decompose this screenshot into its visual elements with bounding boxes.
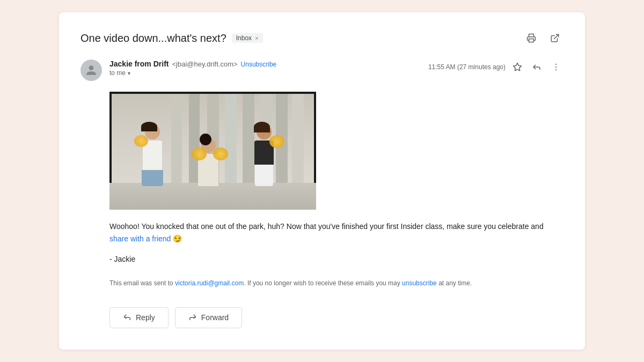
inbox-badge: Inbox ×	[232, 33, 263, 43]
reply-quick-button[interactable]	[529, 60, 544, 75]
figure-3	[254, 124, 274, 186]
reply-button[interactable]: Reply	[109, 307, 169, 328]
svg-marker-2	[514, 63, 522, 71]
more-options-icon	[551, 62, 561, 72]
to-me-row[interactable]: to me ▾	[109, 69, 421, 77]
unsubscribe-link[interactable]: Unsubscribe	[241, 61, 277, 68]
border-top	[109, 92, 316, 94]
email-footer: This email was sent to victoria.rudi@gma…	[109, 278, 564, 288]
reply-quick-icon	[532, 62, 541, 72]
sender-name: Jackie from Drift	[109, 60, 169, 68]
svg-line-1	[554, 35, 559, 39]
email-card: One video down...what's next? Inbox ×	[59, 12, 585, 349]
sender-row: Jackie from Drift <jbai@hey.drift.com> U…	[80, 60, 564, 81]
subject-row: One video down...what's next? Inbox ×	[80, 32, 263, 45]
action-buttons: Reply Forward	[109, 307, 564, 328]
open-new-window-icon	[550, 33, 560, 43]
figure-2	[198, 138, 218, 186]
footer-email-link[interactable]: victoria.rudi@gmail.com	[175, 279, 244, 287]
sender-info: Jackie from Drift <jbai@hey.drift.com> U…	[109, 60, 421, 77]
email-subject: One video down...what's next?	[80, 32, 226, 45]
email-paragraph-text: Woohoo! You knocked that one out of the …	[109, 222, 544, 231]
email-emoji: 😏	[173, 234, 182, 243]
more-options-button[interactable]	[548, 60, 564, 75]
inbox-badge-close[interactable]: ×	[255, 35, 258, 41]
footer-suffix: at any time.	[437, 279, 472, 287]
sender-meta: 11:55 AM (27 minutes ago)	[428, 60, 564, 75]
chevron-down-icon: ▾	[128, 70, 130, 76]
email-body: Woohoo! You knocked that one out of the …	[80, 92, 564, 328]
to-me-text: to me	[109, 69, 126, 77]
footer-prefix: This email was sent to	[109, 279, 175, 287]
avatar-icon	[85, 64, 97, 76]
sender-email: <jbai@hey.drift.com>	[172, 60, 237, 68]
photo-floor	[109, 183, 316, 210]
email-image	[109, 92, 316, 210]
open-new-window-button[interactable]	[546, 29, 564, 47]
reply-button-label: Reply	[136, 313, 155, 322]
forward-button[interactable]: Forward	[175, 307, 242, 328]
avatar	[80, 60, 102, 81]
footer-unsubscribe-link[interactable]: unsubscribe	[402, 279, 437, 287]
header-actions	[523, 29, 564, 47]
svg-point-4	[555, 67, 557, 68]
figure-1	[142, 124, 163, 186]
email-time: 11:55 AM (27 minutes ago)	[428, 63, 506, 71]
email-image-container	[109, 92, 564, 210]
sender-name-row: Jackie from Drift <jbai@hey.drift.com> U…	[109, 60, 421, 68]
reply-icon	[123, 313, 131, 322]
email-paragraph: Woohoo! You knocked that one out of the …	[109, 220, 564, 245]
svg-point-3	[555, 64, 557, 65]
inbox-badge-label: Inbox	[236, 34, 252, 42]
svg-point-5	[555, 70, 557, 71]
forward-button-label: Forward	[201, 313, 229, 322]
svg-rect-0	[529, 39, 534, 42]
footer-middle: . If you no longer wish to receive these…	[244, 279, 402, 287]
print-icon	[526, 33, 536, 43]
share-with-friend-link[interactable]: share with a friend	[109, 234, 171, 243]
forward-icon	[188, 313, 197, 322]
star-button[interactable]	[510, 60, 525, 75]
star-icon	[513, 62, 522, 72]
email-header: One video down...what's next? Inbox ×	[80, 29, 564, 47]
email-signature: - Jackie	[109, 253, 564, 265]
print-button[interactable]	[523, 29, 540, 47]
